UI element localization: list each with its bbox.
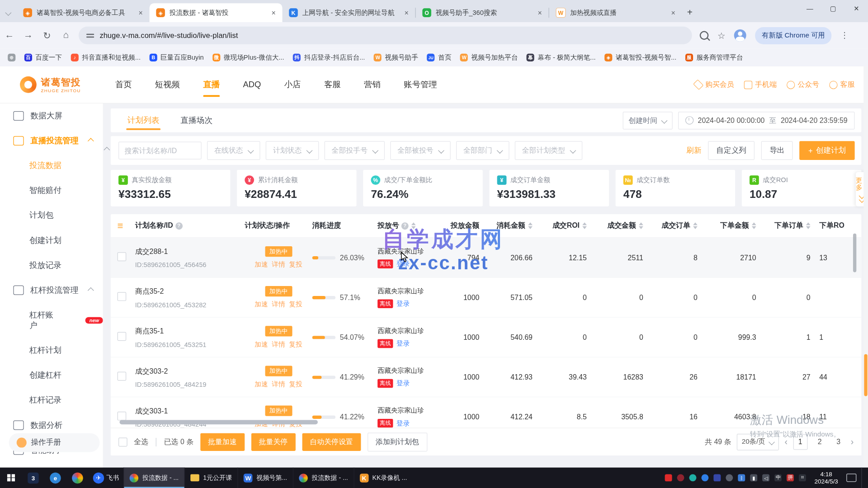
tab-close-icon[interactable]: × — [137, 9, 144, 17]
repost-link[interactable]: 复投 — [289, 339, 302, 349]
row-checkbox[interactable] — [118, 412, 127, 421]
back-icon[interactable]: ← — [0, 30, 19, 41]
sidebar-item-delivery-record[interactable]: 投放记录 — [0, 253, 103, 278]
repost-link[interactable]: 复投 — [289, 300, 302, 309]
help-icon[interactable]: ? — [175, 222, 183, 230]
taskbar-task-chrome[interactable]: 投流数据 - ... — [123, 468, 184, 488]
address-bar[interactable]: zhuge.v-ma.com/#/live-studio/live-plan/l… — [79, 27, 692, 44]
sidebar-item-plan-package[interactable]: 计划包 — [0, 203, 103, 228]
select-all-checkbox[interactable] — [118, 437, 127, 446]
repost-link[interactable]: 复投 — [289, 260, 302, 269]
table-row[interactable]: 成交303-2ID:5896261005_484219 加热中加速详情复投 41… — [111, 357, 861, 397]
sidebar-item-lever-record[interactable]: 杠杆记录 — [0, 388, 103, 413]
bookmark-item[interactable]: B巨量百应Buyin — [146, 51, 207, 64]
page-size-select[interactable]: 20条/页 — [737, 433, 779, 450]
operator-select[interactable]: 全部投手号 — [325, 141, 385, 160]
site-settings-icon[interactable] — [86, 33, 94, 38]
collapse-filters-icon[interactable] — [104, 147, 110, 153]
login-link[interactable]: 登录 — [396, 339, 410, 348]
maximize-button[interactable]: ▢ — [821, 5, 844, 13]
online-status-select[interactable]: 在线状态 — [207, 141, 260, 160]
sidebar-item-smart-compensation[interactable]: 智能赔付 — [0, 178, 103, 203]
column-settings-icon[interactable]: ≡ — [118, 220, 123, 232]
batch-speedup-button[interactable]: 批量加速 — [200, 433, 245, 450]
tab-close-icon[interactable]: × — [270, 9, 277, 17]
app-logo[interactable]: 诸葛智投 ZHUGE ZHITOU — [20, 76, 97, 94]
sort-icon[interactable] — [411, 222, 416, 229]
maroon-tray-icon[interactable] — [677, 474, 684, 481]
batch-stop-button[interactable]: 批量关停 — [251, 433, 295, 450]
minimize-button[interactable]: — — [798, 5, 821, 13]
detail-link[interactable]: 详情 — [272, 339, 285, 349]
help-icon[interactable]: ? — [401, 222, 409, 230]
row-checkbox[interactable] — [118, 292, 127, 301]
page-2[interactable]: 2 — [813, 435, 826, 449]
customize-columns-button[interactable]: 自定义列 — [708, 141, 755, 160]
chrome-button[interactable] — [66, 468, 89, 488]
official-account-link[interactable]: 公众号 — [787, 80, 819, 89]
feishu-button[interactable]: ✈飞书 — [89, 468, 123, 488]
table-row[interactable]: 商点35-1ID:5896261005_453251 加热中加速详情复投 54.… — [111, 318, 861, 357]
date-range-picker[interactable]: 2024-04-20 00:00:00 至 2024-04-20 23:59:5… — [678, 112, 854, 129]
browser-tab[interactable]: K 上网导航 - 安全实用的网址导航 × — [282, 3, 415, 22]
360-app-button[interactable]: 3 — [22, 468, 44, 488]
browser-tab-active[interactable]: ◈ 投流数据 - 诸葛智投 × — [150, 3, 283, 22]
sidebar-group-live-ads[interactable]: 直播投流管理 — [0, 128, 103, 153]
edge-button[interactable]: e — [44, 468, 66, 488]
nav-item-marketing[interactable]: 营销 — [363, 68, 382, 101]
bookmark-item[interactable]: W视频号加热平台 — [457, 51, 521, 64]
blue-tray-icon[interactable] — [702, 474, 709, 481]
export-button[interactable]: 导出 — [761, 141, 793, 160]
ime-tray-icon[interactable]: 中 — [774, 474, 782, 481]
create-plan-button[interactable]: +创建计划 — [799, 141, 854, 160]
row-checkbox[interactable] — [118, 252, 127, 261]
bookmark-star-icon[interactable]: ☆ — [717, 30, 726, 41]
nav-item-account[interactable]: 账号管理 — [403, 68, 438, 101]
row-checkbox[interactable] — [118, 372, 127, 381]
browser-tab[interactable]: O 视频号助手_360搜索 × — [416, 3, 549, 22]
bookmark-item[interactable]: 百百度一下 — [21, 51, 66, 64]
start-button[interactable] — [0, 468, 22, 488]
login-link[interactable]: 登录 — [396, 299, 410, 309]
tab-close-icon[interactable]: × — [670, 9, 676, 17]
page-3[interactable]: 3 — [832, 435, 845, 449]
chrome-update-button[interactable]: 有新版 Chrome 可用 — [755, 27, 832, 44]
volume-tray-icon[interactable]: ◁ — [762, 474, 769, 481]
plan-status-select[interactable]: 计划状态 — [266, 141, 319, 160]
sort-icon[interactable] — [639, 222, 643, 229]
sidebar-item-data-screen[interactable]: 数据大屏 — [0, 103, 103, 128]
red-tray-icon[interactable] — [665, 474, 672, 481]
sidebar-item-lever-account[interactable]: 杠杆账户new — [0, 303, 103, 338]
bookmark-item[interactable]: ♪抖音直播和短视频... — [67, 51, 144, 64]
speedup-link[interactable]: 加速 — [255, 339, 268, 349]
add-to-package-button[interactable]: 添加到计划包 — [368, 432, 427, 451]
select-all-label[interactable]: 全选 — [134, 437, 148, 447]
bookmark-item[interactable]: 服服务商管理平台 — [682, 51, 746, 64]
nav-item-service[interactable]: 客服 — [323, 68, 342, 101]
speedup-link[interactable]: 加速 — [255, 379, 268, 389]
login-link[interactable]: 登录 — [396, 379, 410, 388]
login-link[interactable]: 登录 — [396, 418, 410, 428]
home-icon[interactable]: ⌂ — [57, 30, 75, 41]
sidebar-item-lever-plan[interactable]: 杠杆计划 — [0, 338, 103, 363]
buy-membership-link[interactable]: 购买会员 — [694, 80, 734, 89]
taskbar-task-folder[interactable]: 1元公开课 — [184, 468, 238, 488]
sidebar-item-ads-data[interactable]: 投流数据 — [0, 153, 103, 178]
bookmark-globe-icon[interactable]: ⊕ — [5, 52, 19, 63]
bookmark-item[interactable]: W视频号助手 — [371, 51, 422, 64]
profile-avatar[interactable] — [734, 29, 746, 42]
table-vertical-scrollbar[interactable] — [853, 234, 856, 272]
tab-live-sessions[interactable]: 直播场次 — [179, 108, 214, 132]
manual-button[interactable]: 操作手册 — [9, 433, 100, 452]
search-icon[interactable] — [700, 31, 709, 40]
touch-keyboard-icon[interactable]: ⌗ — [799, 474, 806, 481]
nav-item-shortvideo[interactable]: 短视频 — [154, 68, 181, 101]
next-page-icon[interactable]: › — [851, 437, 854, 447]
auto-stop-settings-button[interactable]: 自动关停设置 — [302, 433, 361, 450]
row-checkbox[interactable] — [118, 332, 127, 341]
tab-search-chevron-icon[interactable] — [0, 3, 17, 22]
close-button[interactable]: ✕ — [845, 5, 868, 13]
show-desktop-button[interactable] — [861, 468, 864, 488]
bookmark-item[interactable]: 微微现场Plus-微信大... — [209, 51, 288, 64]
prev-page-icon[interactable]: ‹ — [785, 437, 788, 447]
